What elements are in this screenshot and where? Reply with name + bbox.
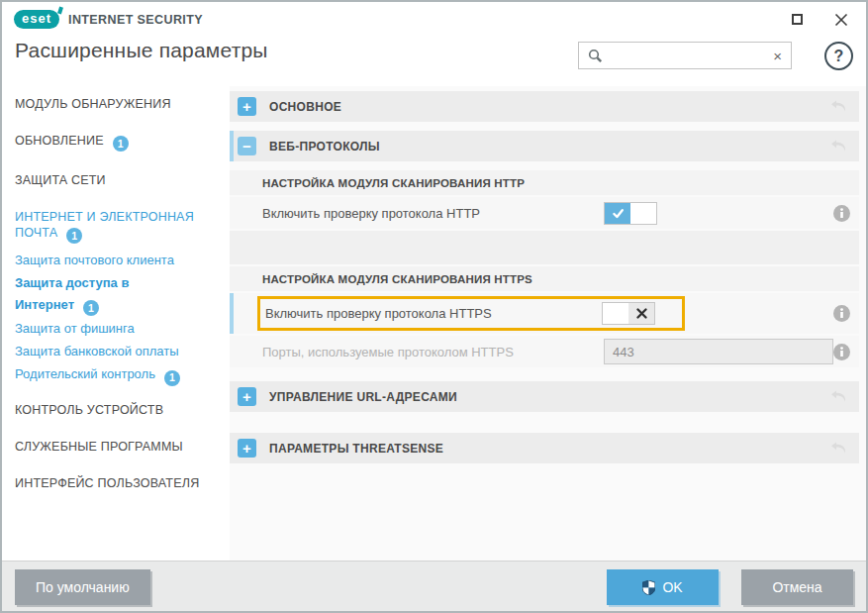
group-header-label: НАСТРОЙКА МОДУЛЯ СКАНИРОВАНИЯ HTTPS — [262, 273, 532, 285]
sidebar-item-web-and-email[interactable]: ИНТЕРНЕТ И ЭЛЕКТРОННАЯ ПОЧТА1 — [15, 209, 213, 244]
setting-row-https-ports: Порты, используемые протоколом HTTPS — [230, 336, 859, 367]
section-label: ПАРАМЕТРЫ THREATSENSE — [269, 442, 443, 456]
section-label: УПРАВЛЕНИЕ URL-АДРЕСАМИ — [269, 390, 457, 404]
notification-badge: 1 — [113, 136, 129, 152]
sidebar-item-label: ИНТЕРНЕТ И ЭЛЕКТРОННАЯ ПОЧТА — [15, 210, 194, 240]
search-input[interactable] — [610, 49, 773, 63]
sidebar-item-label: Родительский контроль — [15, 366, 155, 381]
setting-label: Порты, используемые протоколом HTTPS — [262, 345, 604, 359]
settings-content: + ОСНОВНОЕ − ВЕБ-ПРОТОКОЛЫ НАСТРОЙКА МОД… — [230, 86, 868, 561]
info-icon[interactable] — [833, 205, 850, 222]
product-name: INTERNET SECURITY — [68, 13, 203, 27]
close-icon[interactable] — [834, 13, 848, 27]
footer-bar: По умолчанию OK Отмена — [2, 561, 866, 613]
sidebar-item-update[interactable]: ОБНОВЛЕНИЕ1 — [15, 133, 222, 152]
eset-logo: eset — [14, 10, 59, 29]
group-header-https: НАСТРОЙКА МОДУЛЯ СКАНИРОВАНИЯ HTTPS — [230, 266, 859, 291]
section-header-web-protocols[interactable]: − ВЕБ-ПРОТОКОЛЫ — [230, 131, 859, 161]
toggle-enable-https-off[interactable] — [602, 302, 655, 325]
expand-plus-icon[interactable]: + — [238, 97, 256, 116]
sidebar-item-label: Защита почтового клиента — [15, 253, 174, 267]
setting-label: Включить проверку протокола HTTP — [262, 206, 604, 221]
uac-shield-icon — [642, 580, 655, 595]
toggle-enable-http-on[interactable] — [604, 202, 657, 225]
header: Расширенные параметры × ? — [2, 35, 866, 86]
sidebar-item-parental-control[interactable]: Родительский контроль1 — [15, 363, 222, 386]
sidebar-item-network-protection[interactable]: ЗАЩИТА СЕТИ — [15, 172, 222, 188]
sidebar-item-detection-engine[interactable]: МОДУЛЬ ОБНАРУЖЕНИЯ — [15, 96, 222, 112]
revert-icon[interactable] — [830, 390, 849, 403]
sidebar-item-label: Защита доступа в Интернет — [15, 275, 129, 312]
titlebar: eset INTERNET SECURITY — [2, 2, 866, 35]
setting-label: Включить проверку протокола HTTPS — [265, 306, 602, 321]
default-button[interactable]: По умолчанию — [15, 569, 150, 605]
toggle-knob — [603, 303, 628, 324]
sidebar-item-label: ОБНОВЛЕНИЕ — [15, 134, 104, 148]
sidebar-item-banking-protection[interactable]: Защита банковской оплаты — [15, 341, 222, 361]
sidebar-subsection-web-email: Защита почтового клиента Защита доступа … — [15, 250, 222, 386]
ok-button-label: OK — [662, 579, 682, 595]
sidebar-item-label: ИНТЕРФЕЙС ПОЛЬЗОВАТЕЛЯ — [15, 476, 199, 490]
sidebar-item-label: Защита от фишинга — [15, 321, 135, 336]
sidebar-item-tools[interactable]: СЛУЖЕБНЫЕ ПРОГРАММЫ — [15, 439, 222, 455]
section-label: ОСНОВНОЕ — [269, 100, 341, 114]
search-clear-icon[interactable]: × — [773, 49, 782, 63]
group-header-label: НАСТРОЙКА МОДУЛЯ СКАНИРОВАНИЯ HTTP — [262, 177, 525, 189]
toggle-check-icon — [605, 203, 630, 224]
eset-advanced-setup-window: eset INTERNET SECURITY Расширенные парам… — [0, 0, 868, 613]
help-button[interactable]: ? — [824, 42, 853, 70]
sidebar-item-label: СЛУЖЕБНЫЕ ПРОГРАММЫ — [15, 440, 183, 454]
notification-badge: 1 — [83, 300, 99, 316]
toggle-cross-icon — [628, 303, 654, 324]
section-header-threatsense[interactable]: + ПАРАМЕТРЫ THREATSENSE — [230, 433, 859, 463]
sidebar-item-email-client-protection[interactable]: Защита почтового клиента — [15, 250, 222, 270]
notification-badge: 1 — [66, 228, 82, 244]
setting-row-enable-https: Включить проверку протокола HTTPS — [230, 293, 859, 334]
toggle-knob — [630, 203, 656, 224]
group-separator — [230, 231, 859, 264]
sidebar-item-web-access-protection[interactable]: Защита доступа в Интернет1 — [15, 272, 175, 316]
sidebar-item-label: Защита банковской оплаты — [15, 344, 179, 358]
https-ports-input[interactable] — [604, 339, 833, 364]
section-header-basic[interactable]: + ОСНОВНОЕ — [230, 91, 859, 122]
sidebar: МОДУЛЬ ОБНАРУЖЕНИЯ ОБНОВЛЕНИЕ1 ЗАЩИТА СЕ… — [2, 86, 230, 561]
sidebar-item-label: ЗАЩИТА СЕТИ — [15, 173, 106, 187]
collapse-minus-icon[interactable]: − — [238, 137, 256, 155]
expand-plus-icon[interactable]: + — [238, 387, 256, 406]
ok-button[interactable]: OK — [607, 569, 719, 605]
sidebar-item-antiphishing[interactable]: Защита от фишинга — [15, 318, 222, 339]
group-header-http: НАСТРОЙКА МОДУЛЯ СКАНИРОВАНИЯ HTTP — [230, 170, 859, 195]
highlight-outline: Включить проверку протокола HTTPS — [257, 296, 685, 331]
window-controls — [792, 13, 848, 27]
sidebar-item-label: КОНТРОЛЬ УСТРОЙСТВ — [15, 403, 163, 417]
notification-badge: 1 — [164, 370, 180, 386]
revert-icon[interactable] — [830, 442, 849, 455]
cancel-button[interactable]: Отмена — [741, 569, 853, 605]
setting-row-enable-http: Включить проверку протокола HTTP — [230, 197, 859, 229]
section-label: ВЕБ-ПРОТОКОЛЫ — [269, 140, 380, 153]
search-box: × — [578, 42, 792, 69]
revert-icon[interactable] — [830, 140, 849, 153]
sidebar-item-device-control[interactable]: КОНТРОЛЬ УСТРОЙСТВ — [15, 402, 222, 418]
maximize-icon[interactable] — [792, 14, 803, 25]
info-icon[interactable] — [833, 305, 850, 322]
section-header-url-management[interactable]: + УПРАВЛЕНИЕ URL-АДРЕСАМИ — [230, 381, 859, 412]
info-icon[interactable] — [833, 344, 850, 360]
search-icon — [588, 49, 603, 63]
sidebar-item-label: МОДУЛЬ ОБНАРУЖЕНИЯ — [15, 97, 171, 111]
sidebar-item-user-interface[interactable]: ИНТЕРФЕЙС ПОЛЬЗОВАТЕЛЯ — [15, 475, 222, 491]
revert-icon[interactable] — [830, 100, 849, 113]
expand-plus-icon[interactable]: + — [238, 439, 256, 458]
